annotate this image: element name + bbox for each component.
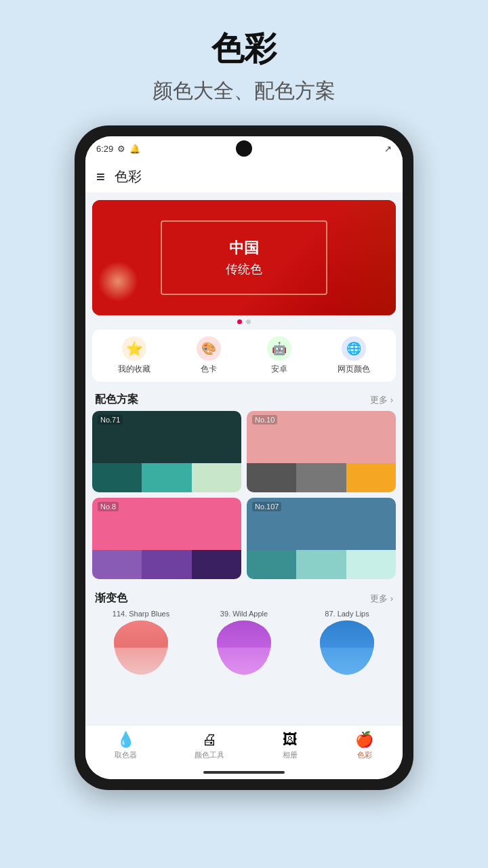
phone-screen: 6:29 ⚙ 🔔 ↗ ≡ 色彩 — [85, 136, 403, 779]
bottom-nav: 💧 取色器 🖨 颜色工具 🖼 相册 🍎 色彩 — [85, 725, 403, 766]
content-scroll[interactable]: 中国 传统色 ⭐ 我的收藏 🎨 色卡 🤖 — [85, 193, 403, 725]
status-left: 6:29 ⚙ 🔔 — [96, 144, 140, 154]
swatch-b2-107 — [296, 550, 346, 579]
palettes-icon: 🎨 — [197, 336, 221, 361]
gradient-header: 渐变色 更多 › — [85, 586, 403, 610]
android-icon: 🤖 — [267, 336, 291, 361]
swatch-b2-8 — [142, 550, 191, 579]
bottom-nav-album[interactable]: 🖼 相册 — [276, 728, 304, 763]
swatch-b1-10 — [247, 463, 296, 492]
swatch-b3-8 — [192, 550, 241, 579]
swatch-b1-107 — [247, 550, 296, 579]
palette-label-107: No.107 — [252, 502, 281, 511]
swatch-b3-71 — [192, 463, 241, 492]
web-icon: 🌐 — [342, 336, 366, 361]
banner-dots — [85, 319, 403, 324]
home-indicator — [85, 766, 403, 779]
gradient-circle-1 — [114, 620, 168, 675]
status-right: ↗ — [384, 144, 392, 154]
palette-card-107[interactable]: No.107 — [247, 498, 396, 579]
album-icon: 🖼 — [283, 731, 298, 749]
palette-card-8[interactable]: No.8 — [92, 498, 241, 579]
phone-device: 6:29 ⚙ 🔔 ↗ ≡ 色彩 — [75, 125, 413, 790]
tools-icon: 🖨 — [202, 731, 217, 749]
bottom-nav-picker[interactable]: 💧 取色器 — [108, 728, 144, 763]
color-scheme-header: 配色方案 更多 › — [85, 387, 403, 411]
swatch-b1-71 — [92, 463, 142, 492]
notification-icon: 🔔 — [129, 144, 140, 154]
gradient-grid: 114. Sharp Blues 39. Wild Apple — [85, 610, 403, 682]
nav-item-android[interactable]: 🤖 安卓 — [267, 336, 291, 375]
picker-icon: 💧 — [117, 731, 135, 749]
gradient-title: 渐变色 — [95, 591, 127, 606]
banner[interactable]: 中国 传统色 — [92, 200, 396, 315]
favorites-icon: ⭐ — [122, 336, 146, 361]
signal-icon: ↗ — [384, 144, 392, 154]
color-scheme-title: 配色方案 — [95, 393, 138, 407]
bottom-nav-tools[interactable]: 🖨 颜色工具 — [188, 728, 231, 763]
swatch-bottom-10 — [247, 463, 396, 492]
gradient-circle-3 — [320, 620, 374, 675]
banner-text: 中国 传统色 — [226, 238, 262, 277]
menu-icon[interactable]: ≡ — [96, 168, 105, 186]
page-subtitle: 颜色大全、配色方案 — [152, 77, 336, 105]
nav-label-web: 网页颜色 — [338, 363, 370, 375]
album-label: 相册 — [283, 750, 298, 760]
banner-sub-text: 传统色 — [226, 261, 262, 277]
swatch-b3-107 — [346, 550, 396, 579]
app-bar: ≡ 色彩 — [85, 161, 403, 193]
dot-1 — [237, 319, 242, 324]
picker-label: 取色器 — [115, 750, 137, 760]
app-bar-title: 色彩 — [115, 167, 142, 186]
swatch-b1-8 — [92, 550, 142, 579]
dot-2 — [246, 319, 251, 324]
gradient-label-3: 87. Lady Lips — [325, 610, 369, 618]
gradient-item-wild-apple[interactable]: 39. Wild Apple — [195, 610, 293, 675]
palette-grid: No.71 No.10 — [85, 411, 403, 579]
palette-label-71: No.71 — [98, 415, 123, 425]
home-bar — [203, 771, 285, 774]
palette-card-71[interactable]: No.71 — [92, 411, 241, 492]
bottom-nav-colors[interactable]: 🍎 色彩 — [348, 728, 380, 763]
nav-item-web[interactable]: 🌐 网页颜色 — [338, 336, 370, 375]
gradient-section: 渐变色 更多 › 114. Sharp Blues 39. Wild Apple — [85, 586, 403, 682]
banner-main-text: 中国 — [226, 238, 262, 258]
palette-label-8: No.8 — [98, 502, 119, 511]
swatch-bottom-8 — [92, 550, 241, 579]
tools-label: 颜色工具 — [195, 750, 224, 760]
gradient-circle-2 — [217, 620, 271, 675]
status-bar: 6:29 ⚙ 🔔 ↗ — [85, 136, 403, 161]
page-title: 色彩 — [152, 27, 336, 71]
page-header: 色彩 颜色大全、配色方案 — [152, 0, 336, 112]
colors-icon: 🍎 — [355, 731, 373, 749]
nav-item-palettes[interactable]: 🎨 色卡 — [197, 336, 221, 375]
gradient-item-lady-lips[interactable]: 87. Lady Lips — [298, 610, 396, 675]
gradient-more[interactable]: 更多 › — [370, 593, 393, 605]
swatch-b2-71 — [142, 463, 191, 492]
swatch-b2-10 — [296, 463, 346, 492]
quick-nav: ⭐ 我的收藏 🎨 色卡 🤖 安卓 🌐 网页颜色 — [92, 330, 396, 382]
nav-label-android: 安卓 — [271, 363, 287, 375]
palette-card-10[interactable]: No.10 — [247, 411, 396, 492]
palette-label-10: No.10 — [252, 415, 277, 425]
status-time: 6:29 — [96, 144, 113, 154]
gradient-label-2: 39. Wild Apple — [220, 610, 268, 618]
colors-label: 色彩 — [357, 750, 372, 760]
front-camera — [236, 140, 252, 157]
swatch-b3-10 — [346, 463, 396, 492]
gradient-label-1: 114. Sharp Blues — [113, 610, 169, 618]
swatch-bottom-107 — [247, 550, 396, 579]
nav-label-palettes: 色卡 — [201, 363, 217, 375]
nav-label-favorites: 我的收藏 — [118, 363, 150, 375]
nav-item-favorites[interactable]: ⭐ 我的收藏 — [118, 336, 150, 375]
color-scheme-more[interactable]: 更多 › — [370, 394, 393, 406]
gradient-item-sharp-blues[interactable]: 114. Sharp Blues — [92, 610, 190, 675]
swatch-bottom-71 — [92, 463, 241, 492]
settings-icon: ⚙ — [117, 144, 125, 154]
